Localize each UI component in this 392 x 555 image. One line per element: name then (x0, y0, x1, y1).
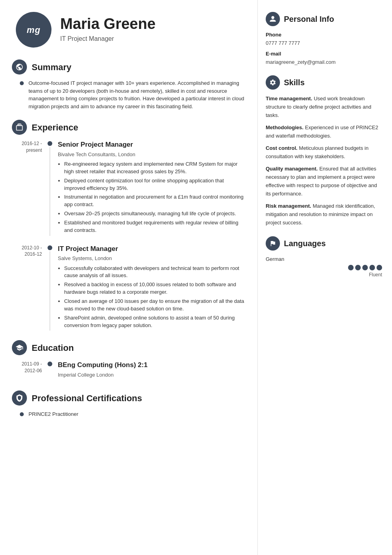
skills-header: Skills (266, 75, 382, 90)
job-item-2: 2012-10 - 2016-12 IT Project Manager Sal… (12, 244, 245, 331)
briefcase-icon (15, 123, 23, 131)
language-dots-1 (266, 265, 382, 270)
timeline-dot-1 (48, 141, 52, 146)
timeline-dot-col-2 (48, 244, 52, 331)
summary-section-header: Summary (12, 59, 245, 75)
lang-dot-3 (362, 265, 368, 270)
job-1-company: Bivalve Tech Consultants, London (58, 151, 245, 159)
lang-dot-1 (348, 265, 354, 270)
lang-dot-2 (355, 265, 361, 270)
summary-section: Summary Outcome-focused IT project manag… (12, 59, 245, 110)
list-item: Oversaw 20–25 projects simultaneously, m… (64, 210, 245, 218)
candidate-title: IT Project Manager (60, 34, 156, 44)
summary-title: Summary (32, 61, 71, 74)
language-name-1: German (266, 255, 382, 263)
language-item-1: German Fluent (266, 255, 382, 278)
list-item: Deployed content optimization tool for o… (64, 177, 245, 192)
list-item: Instrumental in negotiation and procurem… (64, 193, 245, 209)
personal-info-icon (266, 12, 280, 26)
experience-icon (12, 120, 27, 135)
edu-item-1: 2011-09 - 2012-06 BEng Computing (Hons) … (12, 360, 245, 381)
email-label: E-mail (266, 50, 382, 58)
avatar: mg (16, 12, 51, 48)
list-item: Established and monitored budget require… (64, 219, 245, 234)
job-1-date: 2016-12 - present (12, 140, 48, 236)
email-value: mariagreene_zety@gmail.com (266, 58, 382, 66)
summary-icon (12, 59, 27, 75)
certifications-icon (12, 390, 27, 406)
languages-header: Languages (266, 236, 382, 251)
graduation-cap-icon (15, 344, 23, 352)
job-item-1: 2016-12 - present Senior Project Manager… (12, 140, 245, 236)
job-1-content: Senior Project Manager Bivalve Tech Cons… (58, 140, 245, 236)
globe-icon (15, 63, 23, 71)
cert-dot-1 (20, 412, 24, 416)
edu-1-date: 2011-09 - 2012-06 (12, 360, 48, 381)
summary-dot (20, 81, 24, 85)
certifications-section-header: Professional Certifications (12, 390, 245, 406)
experience-section: Experience 2016-12 - present Senior Proj… (12, 120, 245, 331)
skills-title: Skills (284, 77, 304, 88)
lang-dot-4 (369, 265, 375, 270)
lang-dot-5 (377, 265, 382, 270)
languages-title: Languages (284, 237, 326, 249)
left-column: mg Maria Greene IT Project Manager Summa… (0, 0, 257, 555)
personal-info-section: Personal Info Phone 0777 777 7777 E-mail… (266, 12, 382, 66)
resume-container: mg Maria Greene IT Project Manager Summa… (0, 0, 392, 555)
skill-item-2: Methodologies. Experienced in use of PRI… (266, 123, 382, 140)
experience-title: Experience (32, 121, 78, 134)
timeline-dot-col-1 (48, 140, 52, 236)
candidate-name: Maria Greene (60, 16, 156, 33)
job-1-bullets: Re-engineered legacy system and implemen… (58, 161, 245, 234)
language-level-1: Fluent (266, 271, 382, 278)
education-title: Education (32, 341, 74, 354)
avatar-initials: mg (27, 23, 41, 36)
cert-text-1: PRINCE2 Practitioner (29, 410, 78, 418)
header-text: Maria Greene IT Project Manager (60, 16, 156, 44)
person-icon (269, 15, 276, 23)
list-item: Successfully collaborated with developer… (64, 265, 245, 280)
phone-value: 0777 777 7777 (266, 39, 382, 47)
timeline-line-2 (49, 251, 50, 331)
certifications-title: Professional Certifications (32, 392, 142, 405)
job-2-company: Salve Systems, London (58, 255, 245, 262)
timeline-dot-edu (48, 362, 52, 366)
experience-section-header: Experience (12, 120, 245, 135)
edu-1-institution: Imperial College London (58, 371, 245, 379)
education-section: Education 2011-09 - 2012-06 BEng Computi… (12, 340, 245, 381)
languages-icon (266, 236, 280, 251)
education-section-header: Education (12, 340, 245, 355)
skill-item-5: Risk management. Managed risk identifica… (266, 202, 382, 227)
timeline-line-1 (49, 147, 50, 236)
job-1-title: Senior Project Manager (58, 140, 245, 150)
list-item: Re-engineered legacy system and implemen… (64, 161, 245, 176)
education-icon (12, 340, 27, 355)
job-2-content: IT Project Manager Salve Systems, London… (58, 244, 245, 331)
gear-icon (269, 79, 276, 86)
skills-section: Skills Time management. Used work breakd… (266, 75, 382, 227)
edu-1-degree: BEng Computing (Hons) 2:1 (58, 360, 245, 370)
phone-label: Phone (266, 31, 382, 39)
summary-text: Outcome-focused IT project manager with … (29, 79, 245, 110)
job-2-date: 2012-10 - 2016-12 (12, 244, 48, 331)
languages-section: Languages German Fluent (266, 236, 382, 278)
award-icon (15, 394, 23, 402)
edu-1-content: BEng Computing (Hons) 2:1 Imperial Colle… (58, 360, 245, 381)
flag-icon (269, 240, 276, 247)
skill-item-1: Time management. Used work breakdown str… (266, 94, 382, 119)
skills-icon (266, 75, 280, 90)
timeline-dot-col-edu (48, 360, 52, 381)
list-item: SharePoint admin, developed online solut… (64, 314, 245, 329)
summary-bullet: Outcome-focused IT project manager with … (12, 79, 245, 110)
personal-info-header: Personal Info (266, 12, 382, 26)
right-column: Personal Info Phone 0777 777 7777 E-mail… (257, 0, 392, 555)
list-item: Closed an average of 100 issues per day … (64, 298, 245, 313)
skill-item-3: Cost control. Meticulous planned budgets… (266, 144, 382, 161)
timeline-dot-2 (48, 245, 52, 250)
certifications-section: Professional Certifications PRINCE2 Prac… (12, 390, 245, 418)
job-2-title: IT Project Manager (58, 244, 245, 254)
list-item: Resolved a backlog in excess of 10,000 i… (64, 281, 245, 296)
cert-item-1: PRINCE2 Practitioner (12, 410, 245, 418)
skill-item-4: Quality management. Ensured that all act… (266, 165, 382, 198)
personal-info-title: Personal Info (284, 13, 334, 25)
